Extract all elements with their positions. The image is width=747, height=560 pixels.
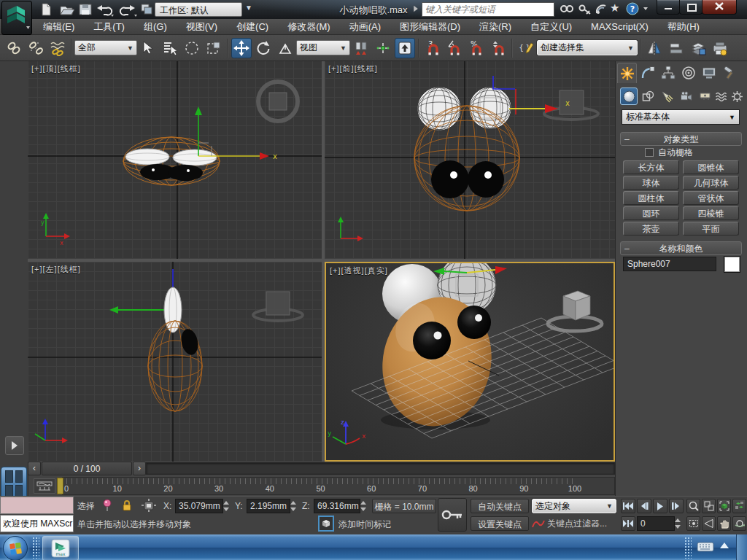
zoom-region-button[interactable]: [686, 516, 700, 531]
viewport-left[interactable]: [+][左][线框]: [28, 262, 322, 462]
select-and-move-button[interactable]: [231, 38, 252, 58]
edit-named-selection-sets-button[interactable]: { }: [516, 38, 536, 58]
communication-center-icon[interactable]: [594, 3, 608, 16]
selection-lock-icon[interactable]: [121, 499, 133, 512]
subtab-lights[interactable]: [658, 88, 676, 105]
select-by-name-button[interactable]: [160, 38, 180, 58]
viewport-front-label[interactable]: [+][前][线框]: [328, 63, 378, 74]
input-method-tray-icon[interactable]: [694, 539, 716, 554]
viewport-left-label[interactable]: [+][左][线框]: [31, 264, 81, 275]
menu-group[interactable]: 组(G): [134, 19, 177, 34]
keyboard-shortcut-override-button[interactable]: [395, 38, 415, 58]
teapot-button[interactable]: 茶壶: [623, 222, 679, 236]
selection-region-button[interactable]: [182, 38, 202, 58]
field-of-view-button[interactable]: [702, 516, 716, 531]
show-desktop-button[interactable]: [736, 534, 747, 560]
menu-views[interactable]: 视图(V): [177, 19, 227, 34]
layer-manager-button[interactable]: [688, 38, 708, 58]
viewport-splitter-horizontal[interactable]: [28, 259, 615, 262]
y-coord-field[interactable]: 2.195mm: [247, 499, 290, 513]
taskbar-3dsmax-button[interactable]: max: [42, 536, 79, 560]
redo-button[interactable]: [118, 2, 140, 17]
tab-hierarchy[interactable]: [658, 63, 678, 83]
spinner-snap-button[interactable]: [488, 38, 508, 58]
next-frame-button[interactable]: [669, 499, 684, 513]
workspace-dropdown[interactable]: 工作区: 默认: [155, 2, 242, 17]
open-file-button[interactable]: [58, 2, 74, 17]
save-file-button[interactable]: [77, 2, 93, 17]
subtab-cameras[interactable]: [677, 88, 694, 105]
y-spinner[interactable]: [290, 499, 297, 513]
use-pivot-center-button[interactable]: [351, 38, 371, 58]
subtab-systems[interactable]: [728, 88, 746, 105]
workspace-icon[interactable]: [140, 2, 155, 17]
go-to-start-button[interactable]: [621, 499, 635, 513]
tab-utilities[interactable]: [719, 63, 739, 83]
key-filter-selection-dropdown[interactable]: 选定对象▼: [532, 499, 616, 513]
minimize-button[interactable]: [657, 0, 680, 15]
expand-panel-arrow-button[interactable]: [5, 436, 24, 455]
select-and-rotate-button[interactable]: [253, 38, 274, 58]
app-logo-button[interactable]: [1, 1, 32, 35]
name-color-rollout-header[interactable]: – 名称和颜色: [620, 241, 742, 255]
viewport-top[interactable]: [+][顶][线框]: [28, 61, 322, 259]
favorites-star-icon[interactable]: ★: [610, 1, 619, 15]
previous-frame-button[interactable]: [637, 499, 651, 513]
tab-modify[interactable]: [638, 63, 657, 83]
cylinder-button[interactable]: 圆柱体: [623, 191, 679, 205]
z-coord-field[interactable]: 69.316mm: [314, 499, 360, 513]
object-name-field[interactable]: Sphere007: [623, 257, 716, 271]
current-frame-field[interactable]: 0: [637, 516, 675, 531]
start-button[interactable]: [3, 536, 28, 560]
undo-button[interactable]: [95, 2, 117, 17]
tab-create[interactable]: [617, 63, 637, 83]
tab-display[interactable]: [699, 63, 719, 83]
select-and-link-button[interactable]: [4, 38, 24, 58]
set-key-button[interactable]: 设置关键点: [471, 516, 529, 531]
geosphere-button[interactable]: 几何球体: [683, 176, 739, 190]
box-button[interactable]: 长方体: [623, 160, 679, 174]
select-and-scale-button[interactable]: [275, 38, 295, 58]
search-flyout-arrow[interactable]: [413, 4, 419, 13]
absolute-mode-icon[interactable]: [142, 499, 156, 512]
menu-animation[interactable]: 动画(A): [340, 19, 390, 34]
key-mode-toggle-button[interactable]: [621, 516, 635, 531]
current-frame-marker[interactable]: [57, 478, 63, 494]
orbit-button[interactable]: [732, 516, 746, 531]
select-object-button[interactable]: [138, 38, 158, 58]
primitive-category-dropdown[interactable]: 标准基本体 ▼: [622, 109, 740, 125]
isolate-selection-toggle[interactable]: [318, 516, 334, 532]
timeline-ruler[interactable]: 0102030405060708090100: [62, 477, 615, 495]
subtab-shapes[interactable]: [639, 88, 657, 105]
time-slider-track[interactable]: [146, 462, 615, 475]
time-slider[interactable]: 0 / 100: [42, 462, 132, 475]
snap-toggle-3d-button[interactable]: 3: [422, 38, 443, 58]
maxscript-listener-input[interactable]: [0, 497, 74, 514]
add-time-tag[interactable]: 添加时间标记: [338, 517, 391, 532]
zoom-all-button[interactable]: [702, 499, 716, 513]
autogrid-checkbox[interactable]: [645, 148, 654, 157]
reference-coordsys-dropdown[interactable]: 视图▼: [296, 40, 350, 55]
set-keys-button[interactable]: [438, 498, 467, 532]
angle-snap-button[interactable]: [444, 38, 465, 58]
unlink-selection-button[interactable]: [26, 38, 46, 58]
percent-snap-button[interactable]: %: [466, 38, 487, 58]
maximize-button[interactable]: [679, 0, 703, 15]
menu-graph-editors[interactable]: 图形编辑器(D): [390, 19, 470, 34]
mini-curve-editor-button[interactable]: [34, 478, 55, 494]
pan-hand-button[interactable]: [717, 516, 731, 531]
license-key-icon[interactable]: [578, 3, 592, 16]
torus-button[interactable]: 圆环: [623, 206, 679, 220]
cone-button[interactable]: 圆锥体: [683, 160, 739, 174]
bind-to-space-warp-button[interactable]: [47, 38, 68, 58]
x-coord-field[interactable]: 35.079mm: [175, 499, 223, 513]
pyramid-button[interactable]: 四棱锥: [683, 206, 739, 220]
subtab-helpers[interactable]: [696, 88, 713, 105]
close-button[interactable]: [702, 0, 737, 15]
mirror-button[interactable]: [644, 38, 665, 58]
search-go-icon[interactable]: [559, 3, 575, 16]
key-filters-button[interactable]: 关键点过滤器...: [532, 516, 616, 531]
render-setup-button[interactable]: [710, 38, 730, 58]
menu-rendering[interactable]: 渲染(R): [470, 19, 521, 34]
menu-maxscript[interactable]: MAXScript(X): [581, 19, 658, 34]
